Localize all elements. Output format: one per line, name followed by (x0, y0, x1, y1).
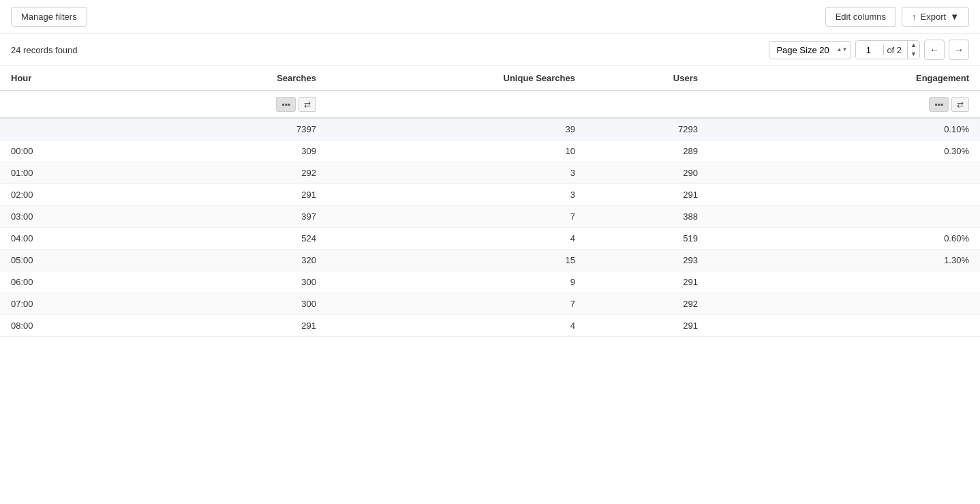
row-7-col-1: 300 (136, 293, 327, 315)
row-5-col-2: 15 (327, 250, 586, 271)
col-header-searches: Searches (136, 66, 327, 91)
row-5-col-3: 293 (586, 250, 709, 271)
row-7-col-4 (709, 293, 980, 315)
row-2-col-3: 291 (586, 184, 709, 206)
table-row: 04:0052445190.60% (0, 228, 980, 250)
page-number-input[interactable] (856, 42, 881, 59)
row-2-col-2: 3 (327, 184, 586, 206)
toolbar-left: Manage filters (11, 7, 87, 27)
row-3-col-3: 388 (586, 206, 709, 228)
row-3-col-1: 397 (136, 206, 327, 228)
row-7-col-2: 7 (327, 293, 586, 315)
table-row: 01:002923290 (0, 162, 980, 184)
col-header-users: Users (586, 66, 709, 91)
export-label: Export (921, 12, 947, 22)
chart-controls-engagement: ▪▪▪ ⇄ (709, 91, 980, 118)
chart-toggle-button-searches[interactable]: ⇄ (298, 97, 316, 112)
row-6-col-0: 06:00 (0, 271, 136, 293)
row-6-col-1: 300 (136, 271, 327, 293)
row-8-col-2: 4 (327, 315, 586, 337)
col-header-unique-searches: Unique Searches (327, 66, 586, 91)
summary-engagement: 0.10% (709, 118, 980, 140)
row-8-col-0: 08:00 (0, 315, 136, 337)
row-1-col-3: 290 (586, 162, 709, 184)
chart-controls-searches: ▪▪▪ ⇄ (136, 91, 327, 118)
table-row: 08:002914291 (0, 315, 980, 337)
row-0-col-0: 00:00 (0, 140, 136, 162)
row-8-col-4 (709, 315, 980, 337)
row-3-col-2: 7 (327, 206, 586, 228)
table-row: 06:003009291 (0, 271, 980, 293)
row-1-col-0: 01:00 (0, 162, 136, 184)
export-icon: ↑ (912, 12, 917, 22)
chart-bar-button-engagement[interactable]: ▪▪▪ (929, 97, 949, 112)
summary-row: 7397 39 7293 0.10% (0, 118, 980, 140)
edit-columns-button[interactable]: Edit columns (825, 7, 896, 27)
page-size-wrapper: Page Size 20 Page Size 50 Page Size 100 (769, 41, 851, 59)
chart-controls-unique (327, 91, 586, 118)
page-down-button[interactable]: ▼ (908, 50, 919, 59)
table-row: 05:00320152931.30% (0, 250, 980, 271)
row-5-col-0: 05:00 (0, 250, 136, 271)
manage-filters-button[interactable]: Manage filters (11, 7, 87, 27)
summary-unique-searches: 39 (327, 118, 586, 140)
table-row: 03:003977388 (0, 206, 980, 228)
summary-searches: 7397 (136, 118, 327, 140)
row-3-col-4 (709, 206, 980, 228)
row-8-col-3: 291 (586, 315, 709, 337)
toolbar-right: Edit columns ↑ Export ▼ (825, 7, 969, 27)
row-5-col-4: 1.30% (709, 250, 980, 271)
export-dropdown-icon: ▼ (950, 12, 959, 22)
export-button[interactable]: ↑ Export ▼ (902, 7, 969, 27)
next-page-button[interactable]: → (949, 40, 969, 60)
page-input-group: of 2 ▲ ▼ (855, 40, 920, 59)
row-2-col-0: 02:00 (0, 184, 136, 206)
col-header-engagement: Engagement (709, 66, 980, 91)
table-row: 07:003007292 (0, 293, 980, 315)
chart-controls-row: ▪▪▪ ⇄ ▪▪▪ ⇄ (0, 91, 980, 118)
row-7-col-3: 292 (586, 293, 709, 315)
page-size-select[interactable]: Page Size 20 Page Size 50 Page Size 100 (769, 41, 851, 59)
row-6-col-4 (709, 271, 980, 293)
summary-hour (0, 118, 136, 140)
table-header-row: Hour Searches Unique Searches Users Enga… (0, 66, 980, 91)
row-4-col-1: 524 (136, 228, 327, 250)
row-7-col-0: 07:00 (0, 293, 136, 315)
chart-controls-users (586, 91, 709, 118)
chart-toggle-button-engagement[interactable]: ⇄ (951, 97, 969, 112)
row-5-col-1: 320 (136, 250, 327, 271)
prev-page-button[interactable]: ← (924, 40, 945, 60)
row-4-col-0: 04:00 (0, 228, 136, 250)
row-4-col-3: 519 (586, 228, 709, 250)
row-3-col-0: 03:00 (0, 206, 136, 228)
row-0-col-2: 10 (327, 140, 586, 162)
row-1-col-1: 292 (136, 162, 327, 184)
row-0-col-1: 309 (136, 140, 327, 162)
data-table: Hour Searches Unique Searches Users Enga… (0, 66, 980, 337)
chart-bar-button-searches[interactable]: ▪▪▪ (276, 97, 296, 112)
row-4-col-4: 0.60% (709, 228, 980, 250)
records-found: 24 records found (11, 45, 78, 55)
row-2-col-1: 291 (136, 184, 327, 206)
chart-controls-hour (0, 91, 136, 118)
page-spinner: ▲ ▼ (907, 41, 919, 59)
row-2-col-4 (709, 184, 980, 206)
pagination-bar: 24 records found Page Size 20 Page Size … (0, 34, 980, 66)
pagination-controls: Page Size 20 Page Size 50 Page Size 100 … (769, 40, 969, 60)
page-of-label: of 2 (883, 45, 904, 55)
row-0-col-4: 0.30% (709, 140, 980, 162)
row-6-col-3: 291 (586, 271, 709, 293)
row-1-col-2: 3 (327, 162, 586, 184)
toolbar: Manage filters Edit columns ↑ Export ▼ (0, 0, 980, 34)
row-8-col-1: 291 (136, 315, 327, 337)
table-row: 02:002913291 (0, 184, 980, 206)
table-row: 00:00309102890.30% (0, 140, 980, 162)
row-4-col-2: 4 (327, 228, 586, 250)
summary-users: 7293 (586, 118, 709, 140)
row-1-col-4 (709, 162, 980, 184)
page-up-button[interactable]: ▲ (908, 41, 919, 50)
col-header-hour: Hour (0, 66, 136, 91)
row-0-col-3: 289 (586, 140, 709, 162)
row-6-col-2: 9 (327, 271, 586, 293)
